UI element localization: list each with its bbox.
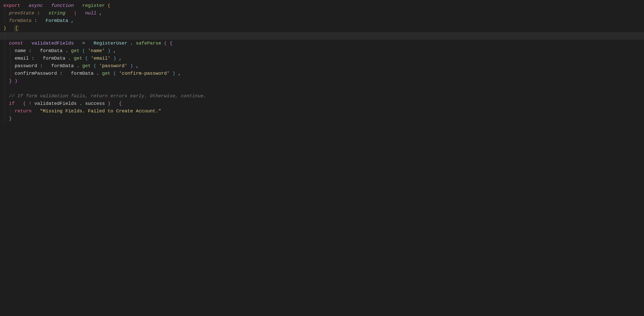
brace-open: {	[119, 101, 122, 106]
variable-ref: validatedFields	[34, 101, 77, 106]
variable: validatedFields	[32, 41, 74, 46]
param-name: formData	[9, 18, 32, 23]
code-line[interactable]: confirmPassword : formData . get ( 'conf…	[3, 70, 641, 77]
dot: .	[68, 56, 71, 61]
code-editor[interactable]: export async function register ( prevSta…	[3, 2, 641, 123]
keyword-function: function	[51, 3, 74, 8]
brace-close: }	[9, 116, 12, 121]
keyword-if: if	[9, 101, 15, 106]
paren-open: (	[108, 3, 110, 8]
type-null: null	[85, 10, 96, 16]
keyword-const: const	[9, 41, 23, 46]
type-string: string	[48, 10, 66, 16]
function-name: register	[82, 3, 105, 8]
code-line[interactable]: return "Missing Fields. Failed to Create…	[3, 108, 641, 115]
method-name: get	[71, 48, 79, 53]
comma: ,	[119, 56, 122, 61]
code-line[interactable]: }	[3, 115, 641, 123]
type-formdata: FormData	[46, 18, 68, 23]
code-line[interactable]: password : formData . get ( 'password' )…	[3, 62, 641, 70]
comma: ,	[99, 10, 102, 16]
method-name: safeParse	[136, 41, 161, 46]
string-literal: 'name'	[88, 48, 105, 53]
paren-open: (	[85, 56, 88, 61]
code-line-blank[interactable]	[3, 85, 641, 92]
colon: :	[29, 48, 32, 53]
paren-close: )	[108, 48, 110, 53]
paren-close: )	[3, 26, 6, 31]
equals: =	[82, 41, 85, 46]
keyword-async: async	[29, 3, 43, 8]
dot: .	[77, 63, 80, 68]
paren-open: (	[82, 48, 85, 53]
dot: .	[66, 48, 68, 53]
brace-close: }	[9, 78, 12, 84]
object-ref: formData	[40, 48, 62, 53]
code-line[interactable]: export async function register (	[3, 2, 641, 9]
code-line[interactable]: } )	[3, 77, 641, 85]
code-line[interactable]: formData : FormData ,	[3, 17, 641, 25]
method-name: get	[82, 63, 91, 68]
paren-close: )	[108, 101, 110, 106]
paren-close: )	[14, 78, 18, 84]
brace-open: {	[14, 25, 18, 31]
dot: .	[96, 71, 99, 76]
property-name: email	[14, 56, 29, 61]
property-name: password	[14, 63, 37, 68]
code-line-cursor[interactable]	[0, 32, 644, 40]
dot: .	[80, 101, 82, 106]
comma: ,	[178, 71, 181, 76]
code-line[interactable]: if ( ! validatedFields . success ) {	[3, 100, 641, 108]
paren-close: )	[130, 63, 133, 68]
object-ref: formData	[51, 63, 74, 68]
not-operator: !	[29, 101, 32, 106]
paren-open: (	[164, 41, 167, 46]
colon: :	[32, 56, 34, 61]
code-line[interactable]: email : formData . get ( 'email' ) ,	[3, 55, 641, 62]
keyword-return: return	[14, 109, 32, 114]
string-literal: 'email'	[91, 56, 110, 61]
colon: :	[40, 63, 43, 68]
method-name: get	[102, 71, 110, 76]
code-line[interactable]: // If form validation fails, return erro…	[3, 92, 641, 100]
property-ref: success	[85, 101, 105, 106]
keyword-export: export	[3, 3, 20, 8]
code-line[interactable]: const validatedFields = RegisterUser . s…	[3, 40, 641, 47]
paren-open: (	[94, 63, 96, 68]
brace-open: {	[170, 41, 172, 46]
colon: :	[60, 71, 62, 76]
class-name: RegisterUser	[94, 41, 128, 46]
object-ref: formData	[71, 71, 94, 76]
comment: // If form validation fails, return erro…	[9, 93, 206, 99]
comma: ,	[113, 48, 116, 53]
paren-open: (	[113, 71, 116, 76]
comma: ,	[71, 18, 74, 23]
property-name: confirmPassword	[14, 71, 57, 76]
paren-close: )	[113, 56, 116, 61]
code-line[interactable]: ) {	[3, 25, 641, 32]
string-literal: "Missing Fields. Failed to Create Accoun…	[40, 109, 161, 114]
union-pipe: |	[74, 10, 77, 16]
colon: :	[34, 18, 37, 23]
comma: ,	[136, 63, 139, 68]
paren-open: (	[23, 101, 26, 106]
param-name: prevState	[9, 10, 34, 16]
code-line[interactable]: prevState : string | null ,	[3, 9, 641, 17]
property-name: name	[14, 48, 26, 53]
string-literal: 'password'	[99, 63, 127, 68]
paren-close: )	[172, 71, 175, 76]
method-name: get	[74, 56, 82, 61]
string-literal: 'confirm-password'	[119, 71, 170, 76]
object-ref: formData	[43, 56, 65, 61]
colon: :	[37, 10, 40, 16]
dot: .	[130, 41, 133, 46]
code-line[interactable]: name : formData . get ( 'name' ) ,	[3, 47, 641, 55]
